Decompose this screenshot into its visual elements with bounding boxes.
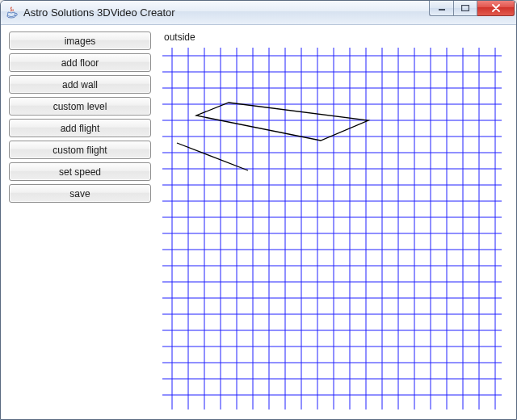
svg-rect-1 [439, 9, 445, 10]
close-button[interactable] [477, 0, 515, 16]
application-window: Astro Solutions 3DVideo Creator images a… [0, 0, 517, 420]
java-cup-icon [6, 6, 19, 19]
canvas-area: outside [162, 30, 508, 411]
set-speed-button[interactable]: set speed [9, 162, 151, 181]
add-flight-button[interactable]: add flight [9, 119, 151, 137]
drawing-canvas[interactable] [162, 48, 508, 411]
custom-flight-button[interactable]: custom flight [9, 141, 151, 159]
save-button[interactable]: save [9, 184, 151, 203]
svg-line-49 [177, 143, 248, 170]
titlebar[interactable]: Astro Solutions 3DVideo Creator [1, 1, 516, 25]
minimize-button[interactable] [429, 0, 453, 16]
grid-svg [162, 48, 502, 410]
maximize-button[interactable] [453, 0, 477, 16]
toolbar-sidebar: images add floor add wall custom level a… [9, 30, 151, 411]
window-title: Astro Solutions 3DVideo Creator [23, 6, 424, 19]
svg-rect-2 [462, 5, 469, 10]
canvas-status-label: outside [162, 30, 508, 48]
add-floor-button[interactable]: add floor [9, 53, 151, 72]
add-wall-button[interactable]: add wall [9, 75, 151, 94]
svg-marker-48 [196, 103, 368, 141]
content-area: images add floor add wall custom level a… [1, 25, 516, 419]
custom-level-button[interactable]: custom level [9, 97, 151, 116]
images-button[interactable]: images [9, 32, 151, 50]
window-controls [429, 0, 515, 16]
